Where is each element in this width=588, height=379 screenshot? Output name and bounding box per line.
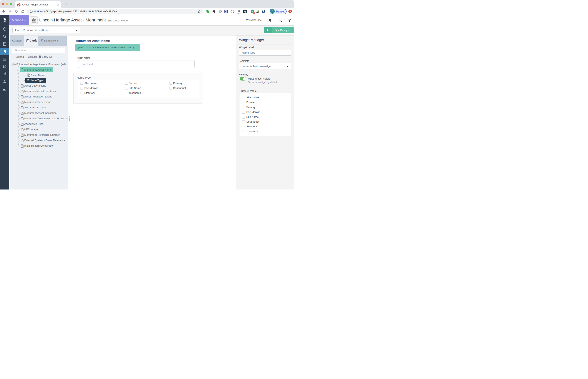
svg-text:Xp: Xp	[244, 11, 246, 13]
svg-text:8: 8	[254, 12, 255, 14]
svg-text:geojson.io: geojson.io	[237, 13, 241, 14]
